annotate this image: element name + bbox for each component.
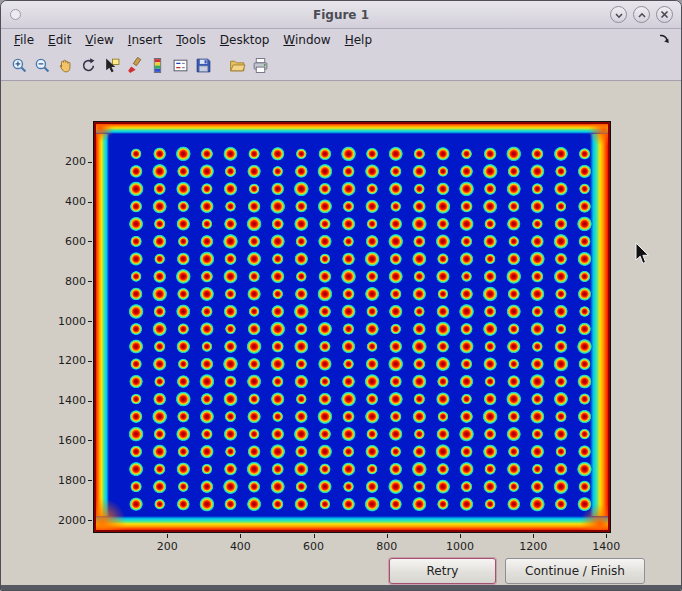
y-tick-mark bbox=[88, 361, 92, 362]
x-tick-mark bbox=[460, 534, 461, 538]
menu-item-help[interactable]: Help bbox=[338, 31, 379, 49]
close-icon bbox=[660, 7, 669, 22]
y-tick-label: 200 bbox=[44, 155, 86, 168]
x-tick-label: 400 bbox=[220, 540, 260, 553]
x-tick-label: 1200 bbox=[513, 540, 553, 553]
x-tick-label: 1400 bbox=[586, 540, 626, 553]
y-tick-label: 1400 bbox=[44, 394, 86, 407]
window-bottom-edge bbox=[1, 585, 681, 590]
colorbar-button[interactable] bbox=[146, 55, 168, 77]
menu-item-desktop[interactable]: Desktop bbox=[213, 31, 277, 49]
retry-button[interactable]: Retry bbox=[389, 558, 496, 584]
y-tick-mark bbox=[88, 241, 92, 242]
colorbar-icon bbox=[149, 57, 166, 74]
figure-area: Retry Continue / Finish 2004006008001000… bbox=[1, 81, 681, 585]
x-tick-label: 200 bbox=[147, 540, 187, 553]
data-cursor-button[interactable] bbox=[100, 55, 122, 77]
open-icon bbox=[229, 57, 246, 74]
window-menu-icon[interactable] bbox=[10, 9, 21, 20]
save-button[interactable] bbox=[192, 55, 214, 77]
continue-finish-button[interactable]: Continue / Finish bbox=[505, 558, 645, 584]
y-tick-mark bbox=[88, 480, 92, 481]
y-tick-label: 2000 bbox=[44, 514, 86, 527]
dock-arrow-icon bbox=[658, 32, 671, 48]
print-button[interactable] bbox=[249, 55, 271, 77]
toolbar bbox=[1, 51, 681, 81]
print-icon bbox=[252, 57, 269, 74]
zoom-in-icon bbox=[11, 57, 28, 74]
open-button[interactable] bbox=[226, 55, 248, 77]
rotate-3d-icon bbox=[80, 57, 97, 74]
zoom-out-button[interactable] bbox=[31, 55, 53, 77]
x-tick-label: 1000 bbox=[440, 540, 480, 553]
chevron-up-icon bbox=[637, 7, 647, 22]
y-tick-label: 1800 bbox=[44, 474, 86, 487]
minimize-button[interactable] bbox=[610, 6, 627, 23]
save-icon bbox=[195, 57, 212, 74]
x-tick-label: 600 bbox=[294, 540, 334, 553]
y-tick-mark bbox=[88, 162, 92, 163]
y-tick-label: 800 bbox=[44, 275, 86, 288]
menu-item-view[interactable]: View bbox=[78, 31, 120, 49]
legend-button[interactable] bbox=[169, 55, 191, 77]
menu-bar: FileEditViewInsertToolsDesktopWindowHelp bbox=[1, 29, 681, 51]
menu-item-edit[interactable]: Edit bbox=[41, 31, 78, 49]
chevron-down-icon bbox=[614, 7, 624, 22]
zoom-in-button[interactable] bbox=[8, 55, 30, 77]
x-tick-mark bbox=[167, 534, 168, 538]
y-tick-mark bbox=[88, 440, 92, 441]
menu-item-window[interactable]: Window bbox=[276, 31, 337, 49]
x-tick-label: 800 bbox=[367, 540, 407, 553]
window-title: Figure 1 bbox=[1, 8, 681, 22]
y-tick-label: 1000 bbox=[44, 315, 86, 328]
y-tick-mark bbox=[88, 202, 92, 203]
x-tick-mark bbox=[606, 534, 607, 538]
close-button[interactable] bbox=[656, 6, 673, 23]
figure-window: Figure 1 FileEditViewInsertToolsDesktopW… bbox=[0, 0, 682, 591]
x-tick-mark bbox=[314, 534, 315, 538]
menu-item-tools[interactable]: Tools bbox=[169, 31, 213, 49]
menu-item-file[interactable]: File bbox=[7, 31, 41, 49]
y-tick-mark bbox=[88, 281, 92, 282]
maximize-button[interactable] bbox=[633, 6, 650, 23]
y-tick-label: 1200 bbox=[44, 354, 86, 367]
rotate-3d-button[interactable] bbox=[77, 55, 99, 77]
title-bar[interactable]: Figure 1 bbox=[1, 1, 681, 29]
dock-figure-button[interactable] bbox=[658, 32, 671, 48]
x-tick-mark bbox=[387, 534, 388, 538]
figure-image[interactable] bbox=[94, 122, 610, 532]
x-tick-mark bbox=[240, 534, 241, 538]
menu-item-insert[interactable]: Insert bbox=[121, 31, 169, 49]
brush-icon bbox=[126, 57, 143, 74]
y-tick-label: 400 bbox=[44, 195, 86, 208]
brush-button[interactable] bbox=[123, 55, 145, 77]
legend-icon bbox=[172, 57, 189, 74]
data-cursor-icon bbox=[103, 57, 120, 74]
y-tick-mark bbox=[88, 520, 92, 521]
y-tick-mark bbox=[88, 401, 92, 402]
pan-icon bbox=[57, 57, 74, 74]
y-tick-mark bbox=[88, 321, 92, 322]
y-tick-label: 1600 bbox=[44, 434, 86, 447]
pan-button[interactable] bbox=[54, 55, 76, 77]
zoom-out-icon bbox=[34, 57, 51, 74]
y-tick-label: 600 bbox=[44, 235, 86, 248]
plot-area bbox=[93, 121, 611, 533]
x-tick-mark bbox=[533, 534, 534, 538]
